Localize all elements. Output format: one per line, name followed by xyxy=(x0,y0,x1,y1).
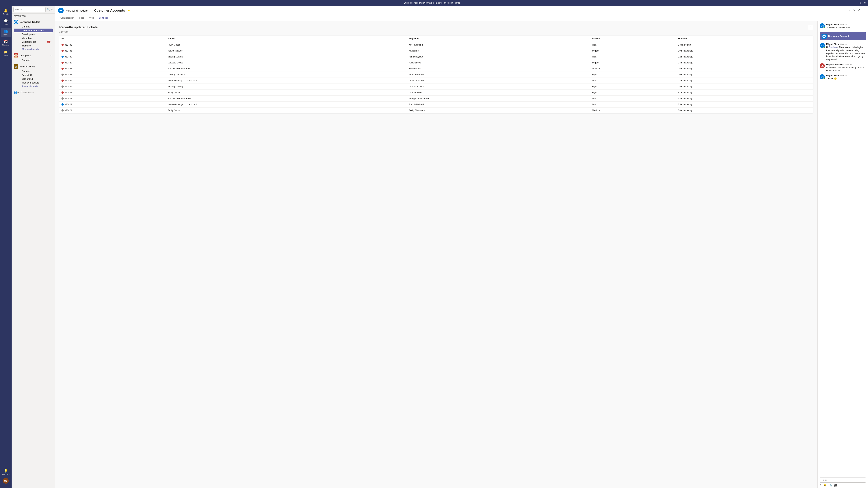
ticket-requester: Jan Hammond xyxy=(406,42,590,48)
table-row[interactable]: #12429 Defected Goods Felecia Love Urgen… xyxy=(59,60,813,66)
ticket-priority: High xyxy=(590,90,676,96)
table-row[interactable]: #12422 Incorrect charge on credit card F… xyxy=(59,102,813,107)
table-row[interactable]: #12427 Delivery questions Greta Blackbur… xyxy=(59,72,813,78)
activity-label: Activity xyxy=(3,13,9,15)
channel-website[interactable]: Website xyxy=(14,44,53,47)
search-icon[interactable]: 🔍 xyxy=(46,8,50,11)
tab-zendesk[interactable]: Zendesk xyxy=(96,15,111,21)
chat-reply-area: Reply A 😊 📎 🎥 xyxy=(817,476,868,488)
ticket-subject: Faulty Goods xyxy=(165,42,406,48)
star-icon[interactable]: ★ xyxy=(128,9,130,12)
fourth-coffee-more-channels[interactable]: 4 more channels xyxy=(14,85,53,88)
channel-general-northwind[interactable]: General xyxy=(14,25,53,29)
chat-msg-text: Tab conversation started xyxy=(826,26,866,29)
table-row[interactable]: #12424 Faulty Goods Lamont Sides High 47… xyxy=(59,90,813,96)
tab-files[interactable]: Files xyxy=(77,15,87,21)
ticket-updated: 12 minutes ago xyxy=(676,54,813,60)
table-row[interactable]: #12428 Product still hasn't arrived Will… xyxy=(59,66,813,72)
ticket-id: #12422 xyxy=(65,103,72,106)
rail-item-files[interactable]: 📁 Files xyxy=(1,48,11,58)
channel-general-fourth-coffee[interactable]: General xyxy=(14,69,53,73)
channel-development[interactable]: Development xyxy=(14,32,53,36)
rail-item-activity[interactable]: 🔔 Activity xyxy=(1,7,11,17)
channel-marketing-northwind[interactable]: Marketing xyxy=(14,36,53,40)
table-row[interactable]: #12431 Refund Request Iva Rollins Urgent… xyxy=(59,48,813,54)
designers-more-icon[interactable]: ⋯ xyxy=(50,54,53,57)
channel-more-icon[interactable]: ⋯ xyxy=(132,9,135,12)
northwind-more-icon[interactable]: ⋯ xyxy=(50,20,53,24)
forward-button[interactable]: → xyxy=(6,2,8,4)
expand-icon[interactable]: ↗ xyxy=(858,8,860,11)
chat-card[interactable]: Customer Accounts xyxy=(820,32,866,40)
channel-marketing-northwind-label: Marketing xyxy=(22,37,32,39)
ticket-priority: Medium xyxy=(590,66,676,72)
channel-customer-accounts-label: Customer Accounts xyxy=(22,29,44,32)
add-tab-button[interactable]: + xyxy=(111,15,115,21)
chat-msg-time: 11:40 am xyxy=(840,43,847,45)
channel-social-media-label: Social Media xyxy=(22,40,36,43)
reply-input[interactable]: Reply xyxy=(820,478,866,483)
designers-name: Designers xyxy=(20,54,48,57)
table-row[interactable]: #12430 Missing Delivery Kenny Boyette Hi… xyxy=(59,54,813,60)
chat-msg-text: Hi Daphne - There seems to be higher tha… xyxy=(826,46,866,61)
reply-actions: A 😊 📎 🎥 xyxy=(820,484,866,487)
emoji-icon[interactable]: 😊 xyxy=(824,484,827,487)
user-avatar[interactable]: MS xyxy=(3,478,9,484)
table-row[interactable]: #12425 Missing Delivery Tanisha Jenkins … xyxy=(59,84,813,90)
channel-sidebar: 🔍 ✎ Favorites Northwind Traders ⋯ Genera… xyxy=(11,6,55,488)
chat-panel: MS Miguel Silva 11:40 am Tab conversatio… xyxy=(817,21,868,488)
team-fourth-coffee-header[interactable]: ☕ Fourth Coffee ⋯ xyxy=(14,64,53,69)
create-team-button[interactable]: 👥+ Create a team xyxy=(11,90,55,95)
team-northwind-header[interactable]: Northwind Traders ⋯ xyxy=(14,19,53,25)
table-row[interactable]: #12421 Faulty Goods Becky Thompson Mediu… xyxy=(59,107,813,113)
channel-customer-accounts[interactable]: Customer Accounts xyxy=(14,29,53,32)
table-row[interactable]: #12423 Product still hasn't arrived Geor… xyxy=(59,96,813,102)
tab-wiki[interactable]: Wiki xyxy=(87,15,96,21)
ticket-subject: Incorrect charge on credit card xyxy=(165,78,406,84)
ticket-id-cell: #12428 xyxy=(59,66,165,72)
feedback-label: Feedback xyxy=(2,474,10,476)
maximize-button[interactable]: □ xyxy=(860,2,861,4)
compose-icon[interactable]: ✎ xyxy=(51,8,53,11)
ticket-priority: Medium xyxy=(590,107,676,113)
channel-logo xyxy=(58,8,64,13)
channel-weekly-specials[interactable]: Weekly Specials xyxy=(14,81,53,85)
create-team-icon: 👥+ xyxy=(14,91,19,94)
header-more-icon[interactable]: ⋯ xyxy=(862,8,865,11)
video-icon[interactable]: 🎥 xyxy=(834,484,837,487)
tab-conversation-icon[interactable]: ☑ xyxy=(848,8,851,11)
fourth-coffee-more-icon[interactable]: ⋯ xyxy=(50,65,53,68)
ticket-priority: Urgent xyxy=(590,48,676,54)
close-button[interactable]: ✕ xyxy=(864,2,866,4)
tickets-refresh-button[interactable]: ↻ xyxy=(808,25,813,30)
rail-item-feedback[interactable]: 💡 Feedback xyxy=(1,467,11,477)
ticket-subject: Incorrect charge on credit card xyxy=(165,102,406,107)
search-input[interactable] xyxy=(13,7,45,12)
ticket-subject: Faulty Goods xyxy=(165,107,406,113)
team-designers-header[interactable]: Designers ⋯ xyxy=(14,53,53,58)
back-button[interactable]: ← xyxy=(2,2,4,4)
titlebar-nav[interactable]: ← → xyxy=(2,2,8,4)
format-text-icon[interactable]: A xyxy=(820,484,822,487)
titlebar-controls[interactable]: – □ ✕ xyxy=(856,2,866,4)
activity-icon: 🔔 xyxy=(4,9,8,13)
channel-social-media[interactable]: Social Media 2 xyxy=(14,40,53,44)
chat-msg-name: Daphne Knowles xyxy=(826,63,844,66)
rail-bottom: 💡 Feedback MS xyxy=(1,467,11,487)
tab-conversation[interactable]: Conversation xyxy=(58,15,77,21)
table-row[interactable]: #12426 Incorrect charge on credit card C… xyxy=(59,78,813,84)
avatar-circle: DK xyxy=(820,63,825,68)
rail-item-teams[interactable]: 👥 Teams xyxy=(1,28,11,37)
attach-icon[interactable]: 📎 xyxy=(829,484,832,487)
table-row[interactable]: #12432 Faulty Goods Jan Hammond High 1 m… xyxy=(59,42,813,48)
rail-item-meetings[interactable]: 📅 Meetings xyxy=(1,38,11,48)
minimize-button[interactable]: – xyxy=(856,2,857,4)
northwind-more-channels[interactable]: 32 more channels xyxy=(14,47,53,51)
icon-rail: 🔔 Activity 💬 Chat 👥 Teams 📅 Meetings 📁 F… xyxy=(0,6,11,488)
channel-fun-stuff[interactable]: Fun stuff xyxy=(14,73,53,77)
rail-item-chat[interactable]: 💬 Chat xyxy=(1,18,11,27)
chat-msg-body: Daphne Knowles 11:40 am Of course. I wil… xyxy=(826,63,866,72)
channel-general-designers[interactable]: General xyxy=(14,58,53,62)
channel-marketing-fourth-coffee[interactable]: Marketing xyxy=(14,77,53,81)
refresh-icon[interactable]: ↻ xyxy=(853,8,856,11)
